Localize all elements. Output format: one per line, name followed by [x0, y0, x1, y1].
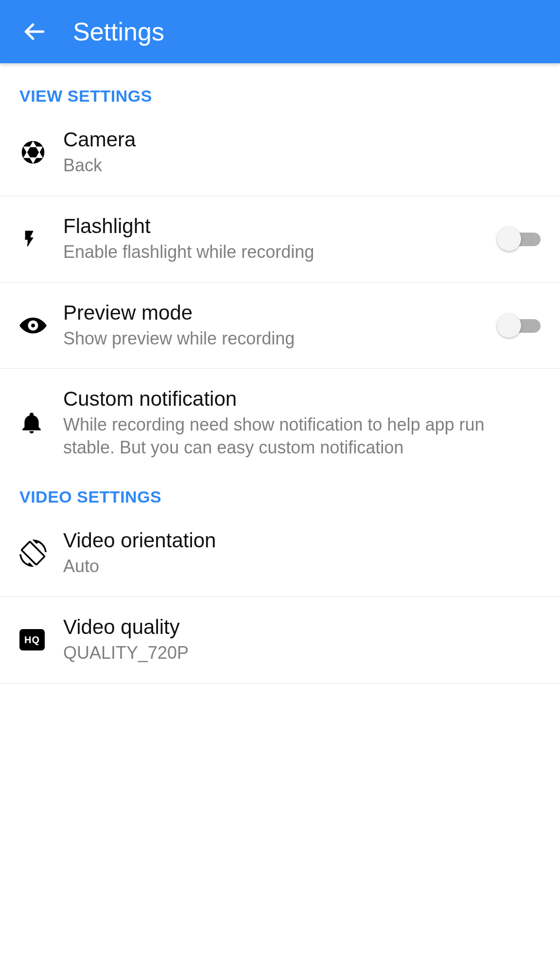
eye-icon [19, 312, 63, 339]
camera-value: Back [63, 154, 531, 177]
preview-subtitle: Show preview while recording [63, 327, 487, 350]
quality-value: QUALITY_720P [63, 642, 531, 665]
back-button[interactable] [19, 17, 49, 46]
camera-aperture-icon [19, 139, 63, 166]
svg-point-7 [31, 324, 35, 327]
screen-rotation-icon [19, 540, 63, 567]
app-header: Settings [0, 0, 560, 63]
row-notification[interactable]: Custom notification While recording need… [0, 369, 560, 478]
orientation-value: Auto [63, 555, 531, 578]
row-camera[interactable]: Camera Back [0, 109, 560, 196]
row-flashlight[interactable]: Flashlight Enable flashlight while recor… [0, 196, 560, 283]
section-header-video: VIDEO SETTINGS [0, 478, 560, 510]
flashlight-title: Flashlight [63, 215, 487, 238]
page-title: Settings [73, 17, 164, 46]
notification-title: Custom notification [63, 387, 531, 411]
arrow-left-icon [22, 19, 46, 44]
flashlight-subtitle: Enable flashlight while recording [63, 241, 487, 264]
flash-icon [19, 225, 63, 253]
preview-toggle[interactable] [497, 313, 541, 338]
row-preview[interactable]: Preview mode Show preview while recordin… [0, 283, 560, 369]
orientation-title: Video orientation [63, 529, 531, 552]
notification-subtitle: While recording need show notification t… [63, 414, 531, 459]
flashlight-toggle[interactable] [497, 227, 541, 251]
section-header-view: VIEW SETTINGS [0, 63, 560, 109]
camera-title: Camera [63, 128, 531, 151]
svg-point-2 [29, 148, 37, 156]
row-orientation[interactable]: Video orientation Auto [0, 510, 560, 597]
row-quality[interactable]: HQ Video quality QUALITY_720P [0, 597, 560, 684]
quality-title: Video quality [63, 615, 531, 639]
preview-title: Preview mode [63, 301, 487, 325]
bell-icon [19, 410, 63, 437]
hq-icon: HQ [19, 629, 63, 650]
